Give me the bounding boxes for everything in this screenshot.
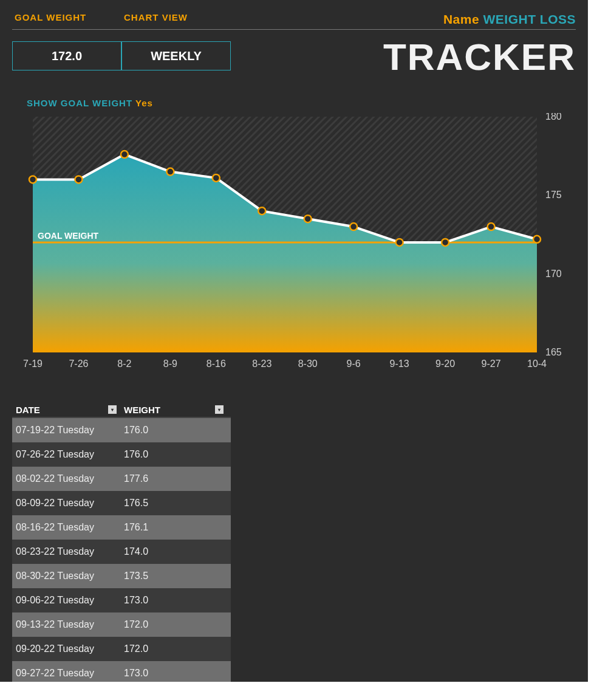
svg-point-10 — [258, 207, 265, 214]
svg-point-16 — [533, 236, 541, 243]
show-goal-value[interactable]: Yes — [135, 98, 153, 108]
cell-weight: 176.0 — [120, 449, 227, 460]
table-row[interactable]: 09-06-22 Tuesday173.0 — [12, 588, 231, 612]
name-block: Name WEIGHT LOSS — [443, 12, 576, 27]
table-header-row: DATE ▾ WEIGHT ▾ — [12, 402, 231, 418]
table-row[interactable]: 08-16-22 Tuesday176.1 — [12, 515, 231, 540]
cell-date: 08-16-22 Tuesday — [12, 522, 120, 533]
cell-weight: 176.5 — [120, 498, 227, 509]
chart-view-input[interactable]: WEEKLY — [121, 41, 231, 70]
table-row[interactable]: 07-19-22 Tuesday176.0 — [12, 418, 231, 442]
svg-point-9 — [213, 174, 220, 182]
svg-text:9-6: 9-6 — [347, 359, 361, 369]
goal-weight-label: GOAL WEIGHT — [12, 12, 124, 27]
svg-text:8-16: 8-16 — [207, 359, 226, 369]
svg-text:8-9: 8-9 — [163, 359, 177, 369]
table-body: 07-19-22 Tuesday176.007-26-22 Tuesday176… — [12, 418, 231, 682]
show-goal-weight: SHOW GOAL WEIGHT Yes — [27, 98, 576, 108]
table-row[interactable]: 08-02-22 Tuesday177.6 — [12, 467, 231, 491]
svg-point-7 — [121, 151, 128, 158]
table-row[interactable]: 08-23-22 Tuesday174.0 — [12, 540, 231, 564]
svg-text:9-20: 9-20 — [435, 359, 455, 369]
goal-weight-input[interactable]: 172.0 — [12, 41, 121, 70]
cell-date: 09-20-22 Tuesday — [12, 643, 120, 654]
svg-text:165: 165 — [545, 347, 562, 357]
table-row[interactable]: 09-13-22 Tuesday172.0 — [12, 612, 231, 637]
table-row[interactable]: 09-20-22 Tuesday172.0 — [12, 637, 231, 661]
svg-point-13 — [396, 239, 403, 246]
svg-point-6 — [75, 176, 82, 183]
cell-weight: 172.0 — [120, 643, 227, 654]
cell-weight: 173.5 — [120, 571, 227, 582]
table-header-date-label: DATE — [16, 405, 40, 415]
svg-text:8-23: 8-23 — [252, 359, 271, 369]
cell-weight: 172.0 — [120, 619, 227, 630]
tracker-title: TRACKER — [383, 35, 576, 78]
weight-chart: GOAL WEIGHT1651701751807-197-268-28-98-1… — [12, 113, 576, 377]
svg-point-8 — [166, 168, 174, 176]
svg-point-5 — [29, 176, 36, 183]
svg-point-15 — [488, 223, 495, 230]
table-row[interactable]: 09-27-22 Tuesday173.0 — [12, 661, 231, 682]
svg-text:170: 170 — [545, 269, 562, 279]
svg-point-11 — [304, 215, 312, 222]
show-goal-label: SHOW GOAL WEIGHT — [27, 98, 132, 108]
weight-table: DATE ▾ WEIGHT ▾ 07-19-22 Tuesday176.007-… — [12, 402, 231, 682]
weight-loss-tracker: GOAL WEIGHT CHART VIEW Name WEIGHT LOSS … — [0, 0, 588, 682]
svg-text:7-19: 7-19 — [23, 359, 43, 369]
header-value-row: 172.0 WEEKLY TRACKER — [12, 41, 576, 78]
table-row[interactable]: 07-26-22 Tuesday176.0 — [12, 442, 231, 467]
cell-date: 08-30-22 Tuesday — [12, 571, 120, 582]
svg-point-14 — [442, 239, 449, 246]
table-row[interactable]: 08-09-22 Tuesday176.5 — [12, 491, 231, 515]
header-label-row: GOAL WEIGHT CHART VIEW Name WEIGHT LOSS — [12, 12, 576, 27]
cell-date: 09-27-22 Tuesday — [12, 668, 120, 679]
svg-point-12 — [350, 223, 357, 230]
cell-date: 08-02-22 Tuesday — [12, 473, 120, 484]
cell-date: 08-09-22 Tuesday — [12, 498, 120, 509]
cell-weight: 174.0 — [120, 546, 227, 557]
header-divider — [12, 29, 576, 30]
cell-weight: 173.0 — [120, 595, 227, 606]
chart-view-label: CHART VIEW — [124, 12, 236, 27]
cell-weight: 173.0 — [120, 668, 227, 679]
svg-text:8-2: 8-2 — [117, 359, 131, 369]
svg-text:180: 180 — [545, 113, 562, 122]
cell-date: 07-26-22 Tuesday — [12, 449, 120, 460]
table-header-date[interactable]: DATE ▾ — [12, 405, 120, 415]
table-header-weight-label: WEIGHT — [124, 405, 160, 415]
weight-chart-svg: GOAL WEIGHT1651701751807-197-268-28-98-1… — [12, 113, 576, 374]
svg-text:9-13: 9-13 — [390, 359, 409, 369]
name-label: Name — [443, 12, 479, 26]
svg-text:9-27: 9-27 — [482, 359, 501, 369]
svg-text:8-30: 8-30 — [298, 359, 318, 369]
svg-text:GOAL WEIGHT: GOAL WEIGHT — [38, 231, 99, 241]
svg-text:7-26: 7-26 — [69, 359, 88, 369]
svg-text:175: 175 — [545, 190, 562, 200]
svg-text:10-4: 10-4 — [527, 359, 547, 369]
filter-icon[interactable]: ▾ — [108, 405, 117, 414]
cell-date: 09-06-22 Tuesday — [12, 595, 120, 606]
cell-date: 09-13-22 Tuesday — [12, 619, 120, 630]
table-header-weight[interactable]: WEIGHT ▾ — [120, 405, 227, 415]
cell-date: 08-23-22 Tuesday — [12, 546, 120, 557]
cell-date: 07-19-22 Tuesday — [12, 425, 120, 436]
cell-weight: 176.0 — [120, 425, 227, 436]
filter-icon[interactable]: ▾ — [215, 405, 224, 414]
name-value: WEIGHT LOSS — [483, 12, 576, 26]
cell-weight: 177.6 — [120, 473, 227, 484]
cell-weight: 176.1 — [120, 522, 227, 533]
table-row[interactable]: 08-30-22 Tuesday173.5 — [12, 564, 231, 588]
